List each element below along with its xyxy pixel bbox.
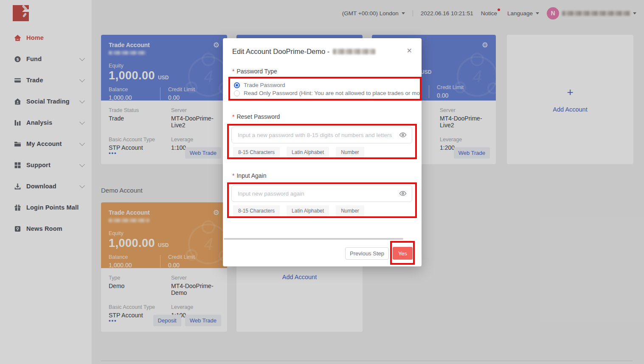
tag-characters: 8-15 Characters <box>233 147 280 158</box>
radio-read-only-password[interactable]: Read Only Password (Hint: You are not al… <box>234 89 421 97</box>
eye-icon[interactable] <box>399 190 407 196</box>
modal-title: Edit Account DooPrime-Demo - <box>232 48 375 56</box>
reset-password-input[interactable] <box>237 132 399 139</box>
close-icon[interactable]: ✕ <box>407 47 412 55</box>
previous-step-button[interactable]: Previous Step <box>345 247 389 260</box>
horizontal-scrollbar-thumb[interactable] <box>224 238 403 240</box>
radio-unselected-icon[interactable] <box>234 90 240 96</box>
password-rule-tags: 8-15 Characters Latin Alphabet Number <box>233 147 364 158</box>
tag-characters: 8-15 Characters <box>233 205 280 216</box>
confirm-password-field <box>231 185 412 202</box>
confirm-password-input[interactable] <box>237 190 399 197</box>
yes-button[interactable]: Yes <box>393 247 413 260</box>
radio-selected-icon[interactable] <box>234 82 240 88</box>
tag-latin-alphabet: Latin Alphabet <box>287 205 329 216</box>
radio-trade-password[interactable]: Trade Password <box>234 81 421 89</box>
edit-account-modal: Edit Account DooPrime-Demo - ✕ *Password… <box>223 38 422 266</box>
reset-password-label: *Reset Password <box>232 113 280 120</box>
input-again-label: *Input Again <box>232 172 267 179</box>
reset-password-field <box>231 126 412 143</box>
tag-number: Number <box>336 205 364 216</box>
eye-icon[interactable] <box>399 132 407 138</box>
tag-latin-alphabet: Latin Alphabet <box>287 147 329 158</box>
redacted-account-number <box>333 49 375 54</box>
password-rule-tags: 8-15 Characters Latin Alphabet Number <box>233 205 364 216</box>
tag-number: Number <box>336 147 364 158</box>
password-type-label: *Password Type <box>232 68 277 75</box>
